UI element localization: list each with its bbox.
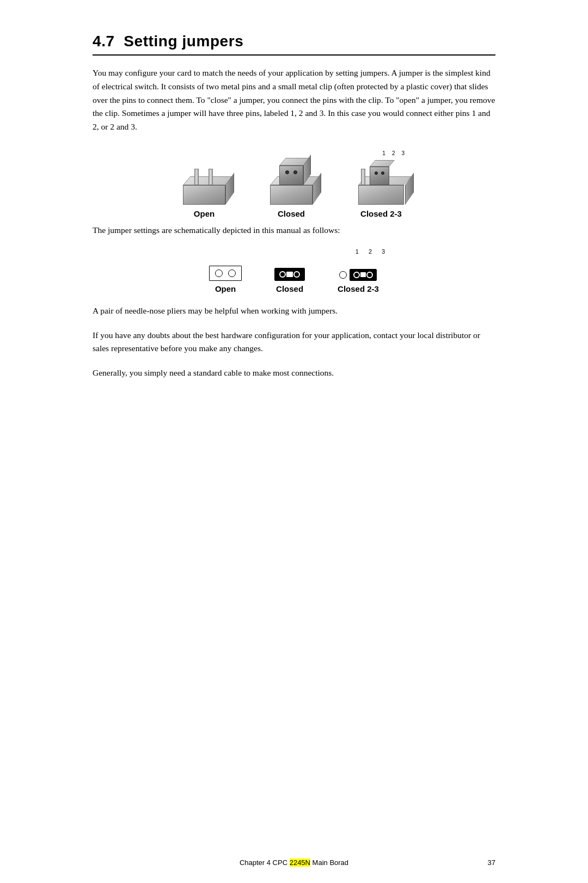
closed-base-front <box>270 185 313 205</box>
schematic-spacer-2 <box>267 248 310 257</box>
paragraph-5: Generally, you simply need a standard ca… <box>93 366 495 380</box>
open-base-front <box>183 185 225 205</box>
schematic-closed23-symbol <box>339 269 377 281</box>
clip-dot-1 <box>285 170 289 174</box>
paragraph-2: The jumper settings are schematically de… <box>93 224 495 237</box>
jumper-open-3d <box>177 156 231 205</box>
closed23-dot-1 <box>375 171 378 175</box>
schematic-pin-2: 2 <box>369 248 372 255</box>
schematic-closed-bridge <box>286 272 293 277</box>
pin-num-3: 3 <box>401 150 405 156</box>
schematic-closed23-col: 1 2 3 <box>343 248 397 257</box>
schematic-closed23-pin-3 <box>366 272 373 278</box>
open-pin-left <box>194 169 199 185</box>
jumper-closed-3d <box>264 156 318 205</box>
schematic-closed23-pin-2 <box>353 272 360 278</box>
schematic-closed-label: Closed <box>276 284 303 293</box>
schematic-open-item: Open <box>209 266 242 293</box>
jumper-closed-item: Closed <box>264 156 318 218</box>
jumper-closed23-3d: 1 2 3 <box>351 150 411 205</box>
jumper-closed23-label: Closed 2-3 <box>360 209 402 218</box>
schematic-closed23-clip <box>350 269 377 281</box>
clip-dot-2 <box>293 170 297 174</box>
section-heading-container: 4.7 Setting jumpers <box>93 33 495 56</box>
schematic-open-label: Open <box>215 284 236 293</box>
pin-num-2: 2 <box>392 150 395 156</box>
schematic-closed-pin-1 <box>279 271 286 278</box>
section-heading: 4.7 Setting jumpers <box>93 33 495 56</box>
paragraph-4: If you have any doubts about the best ha… <box>93 329 495 356</box>
footer-text-container: Chapter 4 CPC 2245N Main Borad <box>93 859 495 867</box>
paragraph-1: You may configure your card to match the… <box>93 66 495 134</box>
paragraph-3: A pair of needle-nose pliers may be help… <box>93 304 495 318</box>
closed23-clip-top <box>370 160 395 167</box>
schematic-closed23-open-circle <box>339 271 347 279</box>
jumper-closed-label: Closed <box>278 209 305 218</box>
schematic-diagrams-container: 1 2 3 Open <box>93 248 495 293</box>
footer-page-number: 37 <box>488 859 495 867</box>
pin-num-1: 1 <box>382 150 385 156</box>
closed23-dot-2 <box>381 171 384 175</box>
footer-suffix: Main Borad <box>310 859 348 867</box>
schematic-open-symbol <box>209 266 242 281</box>
jumper-open-item: Open <box>177 156 231 218</box>
footer-model-highlight: 2245N <box>290 859 310 867</box>
closed23-base-front <box>358 185 404 205</box>
closed23-dots <box>370 171 389 175</box>
footer: Chapter 4 CPC 2245N Main Borad 37 <box>93 859 495 867</box>
jumper-open-label: Open <box>194 209 215 218</box>
section-number: 4.7 <box>93 33 115 50</box>
schematic-closed-symbol <box>274 268 305 281</box>
schematic-open-circle-2 <box>228 269 236 277</box>
schematic-closed23-bridge <box>360 272 366 277</box>
footer-chapter: Chapter 4 CPC <box>240 859 290 867</box>
jumper-closed23-item: 1 2 3 <box>351 150 411 218</box>
schematic-closed-item: Closed <box>274 268 305 293</box>
schematic-closed23-item: Closed 2-3 <box>338 269 379 293</box>
schematic-closed-pin-2 <box>293 271 300 278</box>
schematic-spacer-1 <box>191 248 234 257</box>
page: 4.7 Setting jumpers You may configure yo… <box>82 0 506 883</box>
open-pin-right <box>209 169 213 185</box>
section-title: Setting jumpers <box>124 33 243 50</box>
closed23-pin1 <box>361 169 365 185</box>
pin-numbers-row: 1 2 3 <box>382 150 405 156</box>
schematic-diagrams: Open Closed <box>93 266 495 293</box>
schematic-open-circle-1 <box>215 269 223 277</box>
schematic-closed23-label: Closed 2-3 <box>338 284 379 293</box>
closed-clip-front <box>279 165 303 185</box>
schematic-pin-nums: 1 2 3 <box>356 248 385 255</box>
schematic-pin-3: 3 <box>382 248 385 255</box>
clip-dots-row <box>280 170 303 174</box>
closed23-clip-front <box>370 167 389 185</box>
open-base-top <box>183 176 232 185</box>
jumper-3d-diagrams: Open <box>93 150 495 218</box>
schematic-nums-layout: 1 2 3 <box>93 248 495 257</box>
schematic-pin-1: 1 <box>356 248 359 255</box>
